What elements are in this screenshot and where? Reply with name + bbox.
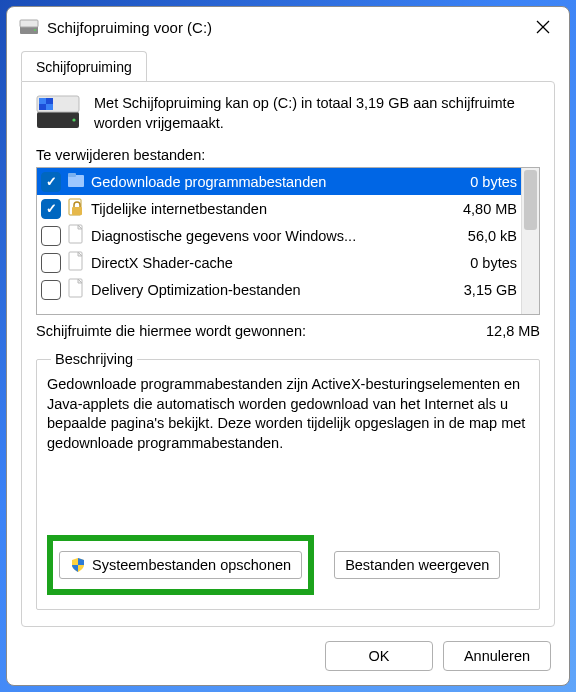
svg-point-2 — [34, 29, 36, 31]
file-list: Gedownloade programmabestanden0 bytesTij… — [36, 167, 540, 315]
intro-row: Met Schijfopruiming kan op (C:) in totaa… — [36, 94, 540, 133]
file-icon — [67, 169, 91, 194]
svg-rect-16 — [72, 207, 82, 215]
svg-rect-1 — [20, 20, 38, 27]
cleanup-system-files-label: Systeembestanden opschonen — [92, 557, 291, 573]
svg-rect-10 — [39, 104, 46, 110]
dialog-footer: OK Annuleren — [7, 627, 569, 685]
file-checkbox[interactable] — [41, 226, 61, 246]
cleanup-system-files-button[interactable]: Systeembestanden opschonen — [59, 551, 302, 579]
file-name: Delivery Optimization-bestanden — [91, 282, 456, 298]
description-group: Beschrijving Gedownloade programmabestan… — [36, 351, 540, 610]
file-row[interactable]: Gedownloade programmabestanden0 bytes — [37, 168, 521, 195]
drive-icon — [19, 17, 39, 37]
view-files-label: Bestanden weergeven — [345, 557, 489, 573]
description-legend: Beschrijving — [51, 351, 137, 367]
svg-rect-8 — [39, 98, 46, 104]
close-icon — [536, 20, 550, 34]
file-size: 0 bytes — [470, 174, 517, 190]
file-name: Gedownloade programmabestanden — [91, 174, 462, 190]
file-name: Diagnostische gegevens voor Windows... — [91, 228, 460, 244]
file-size: 3,15 GB — [464, 282, 517, 298]
ok-button[interactable]: OK — [325, 641, 433, 671]
space-gained-row: Schijfruimte die hiermee wordt gewonnen:… — [36, 323, 540, 339]
file-size: 56,0 kB — [468, 228, 517, 244]
window-title: Schijfopruiming voor (C:) — [47, 19, 525, 36]
tab-panel: Met Schijfopruiming kan op (C:) in totaa… — [21, 81, 555, 627]
svg-rect-9 — [46, 98, 53, 104]
space-gained-value: 12,8 MB — [486, 323, 540, 339]
close-button[interactable] — [525, 11, 561, 43]
disk-cleanup-dialog: Schijfopruiming voor (C:) Schijfopruimin… — [6, 6, 570, 686]
intro-text: Met Schijfopruiming kan op (C:) in totaa… — [94, 94, 540, 133]
file-checkbox[interactable] — [41, 253, 61, 273]
svg-point-12 — [72, 118, 75, 121]
view-files-button[interactable]: Bestanden weergeven — [334, 551, 500, 579]
scrollbar-thumb[interactable] — [524, 170, 537, 230]
tab-schijfopruiming[interactable]: Schijfopruiming — [21, 51, 147, 81]
ok-label: OK — [369, 648, 390, 664]
titlebar: Schijfopruiming voor (C:) — [7, 7, 569, 47]
file-name: Tijdelijke internetbestanden — [91, 201, 455, 217]
file-icon — [67, 196, 91, 221]
files-label: Te verwijderen bestanden: — [36, 147, 540, 163]
file-size: 4,80 MB — [463, 201, 517, 217]
file-row[interactable]: DirectX Shader-cache0 bytes — [37, 249, 521, 276]
scrollbar[interactable] — [521, 168, 539, 314]
svg-rect-11 — [46, 104, 53, 110]
file-row[interactable]: Tijdelijke internetbestanden4,80 MB — [37, 195, 521, 222]
file-name: DirectX Shader-cache — [91, 255, 462, 271]
cancel-label: Annuleren — [464, 648, 530, 664]
file-icon — [67, 277, 91, 302]
svg-rect-14 — [68, 173, 76, 177]
drive-large-icon — [36, 94, 80, 130]
shield-icon — [70, 557, 86, 573]
space-gained-label: Schijfruimte die hiermee wordt gewonnen: — [36, 323, 486, 339]
file-row[interactable]: Diagnostische gegevens voor Windows...56… — [37, 222, 521, 249]
highlight-box: Systeembestanden opschonen — [47, 535, 314, 595]
file-icon — [67, 250, 91, 275]
file-checkbox[interactable] — [41, 172, 61, 192]
description-text: Gedownloade programmabestanden zijn Acti… — [47, 375, 529, 453]
file-checkbox[interactable] — [41, 199, 61, 219]
tab-container: Schijfopruiming Met Schijfopruiming kan … — [7, 47, 569, 627]
cancel-button[interactable]: Annuleren — [443, 641, 551, 671]
file-size: 0 bytes — [470, 255, 517, 271]
file-icon — [67, 223, 91, 248]
file-checkbox[interactable] — [41, 280, 61, 300]
file-row[interactable]: Delivery Optimization-bestanden3,15 GB — [37, 276, 521, 303]
